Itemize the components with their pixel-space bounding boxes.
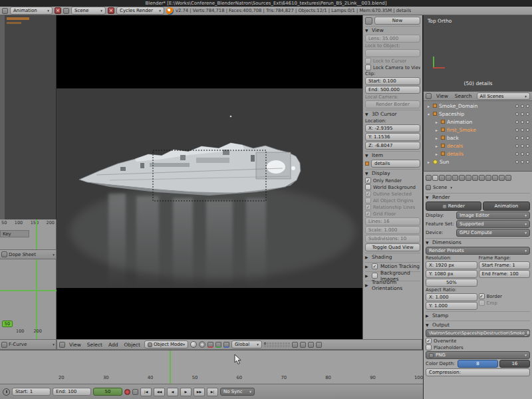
layers-widget[interactable]: [264, 342, 290, 347]
lock-camera-checkbox[interactable]: [365, 65, 371, 70]
start-frame-field[interactable]: Start Frame: 1: [479, 261, 531, 269]
file-format-dropdown[interactable]: PNG▾: [426, 351, 530, 359]
breadcrumb[interactable]: Scene: [433, 185, 447, 190]
spaceship-model[interactable]: [57, 88, 362, 288]
end-frame-field[interactable]: End Frame: 100: [479, 270, 531, 278]
renderability-toggle-icon[interactable]: [526, 112, 529, 116]
outliner-view-menu[interactable]: View: [434, 93, 450, 99]
stamp-panel-title[interactable]: Stamp: [432, 313, 448, 319]
selectability-toggle-icon[interactable]: [521, 104, 524, 108]
expand-arrow-icon[interactable]: ▸: [434, 152, 439, 156]
renderability-toggle-icon[interactable]: [526, 128, 529, 132]
visibility-toggle-icon[interactable]: [515, 136, 519, 140]
selectability-toggle-icon[interactable]: [521, 128, 524, 132]
animation-button[interactable]: Animation: [483, 201, 530, 211]
outliner-row[interactable]: ▸back: [425, 134, 531, 142]
renderability-toggle-icon[interactable]: [526, 152, 529, 156]
clip-end-field[interactable]: End: 500.000: [365, 86, 420, 94]
view-panel-title[interactable]: View: [372, 27, 384, 33]
selectability-toggle-icon[interactable]: [521, 152, 524, 156]
display-panel-title[interactable]: Display: [372, 170, 390, 176]
expand-arrow-icon[interactable]: ▸: [434, 128, 439, 132]
renderability-toggle-icon[interactable]: [526, 136, 529, 140]
dope-channel-name[interactable]: Key: [3, 231, 11, 237]
editor-type-icon[interactable]: [1, 251, 7, 257]
new-button[interactable]: New: [374, 17, 420, 25]
visibility-toggle-icon[interactable]: [515, 104, 519, 108]
keying-set-icon[interactable]: [132, 389, 138, 395]
cursor-z-field[interactable]: Z: -6.8047: [365, 142, 420, 150]
grid-lines-field[interactable]: Lines: 16: [365, 217, 420, 225]
panel-expand-icon[interactable]: ▶: [365, 273, 370, 278]
render-border-button[interactable]: Render Border: [365, 100, 420, 108]
lock-to-cursor-checkbox[interactable]: [365, 58, 371, 64]
left-editor-scrollbar[interactable]: [0, 15, 5, 219]
placeholders-checkbox[interactable]: [426, 344, 432, 350]
expand-arrow-icon[interactable]: ▸: [434, 136, 439, 140]
tab-material-icon[interactable]: [485, 175, 491, 181]
pivot-center-icon[interactable]: [199, 341, 205, 348]
background-images-checkbox[interactable]: [372, 273, 378, 279]
render-engine-dropdown[interactable]: Cycles Render▾: [116, 7, 164, 15]
panel-expand-icon[interactable]: ▼: [365, 28, 370, 33]
resolution-x-field[interactable]: X: 1920 px: [426, 261, 477, 269]
panel-expand-icon[interactable]: ▼: [365, 171, 370, 176]
visibility-toggle-icon[interactable]: [515, 152, 519, 156]
transform-orientations-panel-title[interactable]: Transform Orientations: [372, 279, 420, 291]
outliner-row[interactable]: ▸Smoke_Domain: [425, 102, 531, 110]
visibility-toggle-icon[interactable]: [515, 120, 519, 124]
crop-checkbox[interactable]: [479, 300, 485, 306]
editor-type-icon[interactable]: [1, 342, 7, 348]
current-frame-field[interactable]: 50: [93, 388, 122, 396]
grid-floor-checkbox[interactable]: [365, 211, 371, 217]
color-depth-8-button[interactable]: 8: [458, 360, 498, 368]
outliner-row[interactable]: ▸Sun: [425, 158, 531, 166]
toggle-quad-view-button[interactable]: Toggle Quad View: [365, 243, 420, 251]
auto-keyframe-record-icon[interactable]: [124, 389, 130, 395]
tab-modifiers-icon[interactable]: [472, 175, 478, 181]
render-button[interactable]: Render: [426, 201, 481, 211]
visibility-toggle-icon[interactable]: [515, 112, 519, 116]
tab-particles-icon[interactable]: [499, 175, 505, 181]
timeline-ruler[interactable]: 20 30 40 50 60 70 80 90 100: [59, 375, 423, 380]
scene-dropdown[interactable]: Scene▾: [71, 7, 106, 15]
play-button[interactable]: ▶: [180, 388, 192, 396]
outliner-row[interactable]: ▸decals: [425, 142, 531, 150]
outline-selected-checkbox[interactable]: [365, 191, 371, 197]
jump-to-end-button[interactable]: ▶|: [207, 388, 218, 396]
panel-expand-icon[interactable]: ▼: [426, 323, 430, 327]
visibility-toggle-icon[interactable]: [515, 128, 519, 132]
device-dropdown[interactable]: GPU Compute▾: [456, 229, 530, 237]
tab-object-icon[interactable]: [459, 175, 465, 181]
selectability-toggle-icon[interactable]: [521, 160, 524, 164]
lens-field[interactable]: Lens: 35.000: [365, 35, 420, 43]
panel-expand-icon[interactable]: ▼: [426, 240, 430, 245]
panel-expand-icon[interactable]: ▶: [365, 283, 370, 287]
expand-arrow-icon[interactable]: ▸: [426, 104, 431, 108]
selectability-toggle-icon[interactable]: [521, 112, 524, 116]
cursor-panel-title[interactable]: 3D Cursor: [372, 111, 397, 117]
mode-dropdown[interactable]: Object Mode▾: [144, 340, 188, 348]
unlink-layout-button[interactable]: [55, 7, 61, 14]
tab-render-layers-icon[interactable]: [439, 175, 445, 181]
only-render-checkbox[interactable]: [365, 178, 371, 184]
orientation-dropdown[interactable]: Global▾: [231, 340, 262, 348]
output-panel-title[interactable]: Output: [432, 322, 450, 328]
selectability-toggle-icon[interactable]: [521, 136, 524, 140]
menu-add[interactable]: Add: [106, 342, 120, 348]
tab-render-icon[interactable]: [432, 175, 438, 181]
tab-scene-icon[interactable]: [446, 175, 452, 181]
grid-scale-field[interactable]: Scale: 1.000: [365, 226, 420, 234]
visibility-toggle-icon[interactable]: [515, 144, 519, 148]
render-opengl-icon[interactable]: [308, 342, 314, 348]
left-clipped-editor[interactable]: [0, 15, 57, 219]
clock-icon[interactable]: [3, 388, 10, 396]
timeline-content[interactable]: 20 30 40 50 60 70 80 90 100: [0, 350, 423, 384]
unlink-scene-button[interactable]: [108, 7, 114, 14]
panel-expand-icon[interactable]: ▶: [365, 255, 370, 259]
start-frame-field[interactable]: Start: 1: [12, 388, 51, 396]
panel-expand-icon[interactable]: ▶: [365, 264, 370, 269]
tab-data-icon[interactable]: [479, 175, 485, 181]
render-panel-title[interactable]: Render: [432, 194, 450, 200]
relationship-lines-checkbox[interactable]: [365, 204, 371, 210]
